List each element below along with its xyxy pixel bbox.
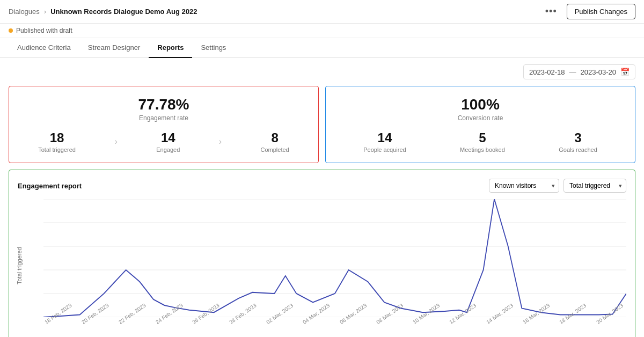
engagement-rate-label: 77.78% Engagement rate — [138, 96, 189, 122]
x-axis-labels: 18 Feb, 2023 20 Feb, 2023 22 Feb, 2023 2… — [43, 320, 626, 326]
metric-meetings-booked-label: Meetings booked — [460, 146, 505, 153]
visitor-filter-select[interactable]: Known visitors All visitors Unknown visi… — [489, 179, 559, 193]
tab-audience-criteria[interactable]: Audience Criteria — [9, 38, 79, 58]
engagement-metrics: 18 Total triggered › 14 Engaged › 8 Comp… — [20, 130, 308, 153]
stats-row: 77.78% Engagement rate 18 Total triggere… — [9, 86, 635, 163]
arrow-icon-2: › — [219, 137, 222, 146]
conversion-card: 100% Conversion rate 14 People acquired … — [325, 86, 635, 163]
metric-goals-reached: 3 Goals reached — [559, 130, 597, 153]
chart-title: Engagement report — [18, 182, 82, 190]
tab-stream-designer[interactable]: Stream Designer — [79, 38, 149, 58]
engagement-rate-value: 77.78% — [138, 96, 189, 113]
more-button[interactable]: ••• — [542, 5, 560, 18]
engagement-rate-name: Engagement rate — [138, 114, 189, 122]
status-text: Published with draft — [16, 27, 72, 34]
conversion-rate-value: 100% — [458, 96, 503, 113]
chart-wrapper: Total triggered 5 4 3 2 1 0 — [18, 199, 626, 337]
chart-line — [43, 199, 626, 317]
engagement-card: 77.78% Engagement rate 18 Total triggere… — [9, 86, 319, 163]
date-start: 2023-02-18 — [529, 68, 565, 76]
conversion-rate-label: 100% Conversion rate — [458, 96, 503, 122]
metric-goals-reached-label: Goals reached — [559, 146, 597, 153]
publish-button[interactable]: Publish Changes — [567, 4, 635, 19]
arrow-icon-1: › — [114, 137, 117, 146]
tab-settings[interactable]: Settings — [192, 38, 235, 58]
metric-engaged-value: 14 — [156, 130, 180, 145]
metric-meetings-booked-value: 5 — [460, 130, 505, 145]
breadcrumb-separator: › — [44, 8, 46, 16]
metric-total-triggered-label: Total triggered — [38, 146, 76, 153]
metric-people-acquired: 14 People acquired — [363, 130, 406, 153]
date-row: 2023-02-18 — 2023-03-20 📅 — [9, 64, 635, 79]
y-axis-label: Total triggered — [16, 247, 23, 284]
metric-meetings-booked: 5 Meetings booked — [460, 130, 505, 153]
calendar-icon[interactable]: 📅 — [620, 68, 630, 76]
breadcrumb-current: Unknown Records Dialogue Demo Aug 2022 — [50, 8, 197, 16]
metric-people-acquired-label: People acquired — [363, 146, 406, 153]
main-content: 2023-02-18 — 2023-03-20 📅 77.78% Engagem… — [0, 58, 644, 337]
metric-goals-reached-value: 3 — [559, 130, 597, 145]
metric-completed: 8 Completed — [261, 130, 289, 153]
metric-filter-select[interactable]: Total triggered Engaged Completed — [564, 179, 626, 193]
metric-engaged: 14 Engaged — [156, 130, 180, 153]
status-dot — [9, 28, 13, 33]
metric-engaged-label: Engaged — [156, 146, 180, 153]
chart-svg: 5 4 3 2 1 0 — [43, 199, 626, 317]
metric-total-triggered: 18 Total triggered — [38, 130, 76, 153]
breadcrumb-parent[interactable]: Dialogues — [9, 8, 40, 16]
metric-completed-value: 8 — [261, 130, 289, 145]
metric-total-triggered-value: 18 — [38, 130, 76, 145]
date-end: 2023-03-20 — [581, 68, 617, 76]
chart-card: Engagement report Known visitors All vis… — [9, 170, 635, 337]
tab-reports[interactable]: Reports — [149, 38, 192, 58]
chart-controls: Known visitors All visitors Unknown visi… — [489, 179, 626, 193]
conversion-rate-name: Conversion rate — [458, 114, 503, 122]
visitor-filter-wrapper: Known visitors All visitors Unknown visi… — [489, 179, 559, 193]
chart-area: 5 4 3 2 1 0 — [43, 199, 626, 317]
breadcrumb: Dialogues › Unknown Records Dialogue Dem… — [9, 8, 197, 16]
tabs: Audience Criteria Stream Designer Report… — [0, 38, 644, 58]
date-range-picker[interactable]: 2023-02-18 — 2023-03-20 📅 — [523, 64, 635, 79]
status-bar: Published with draft — [0, 24, 644, 38]
metric-people-acquired-value: 14 — [363, 130, 406, 145]
top-bar-right: ••• Publish Changes — [542, 4, 635, 19]
date-dash: — — [569, 68, 576, 76]
metric-completed-label: Completed — [261, 146, 289, 153]
top-bar: Dialogues › Unknown Records Dialogue Dem… — [0, 0, 644, 24]
metric-filter-wrapper: Total triggered Engaged Completed — [564, 179, 626, 193]
conversion-metrics: 14 People acquired 5 Meetings booked 3 G… — [336, 130, 624, 153]
chart-header: Engagement report Known visitors All vis… — [18, 179, 626, 193]
